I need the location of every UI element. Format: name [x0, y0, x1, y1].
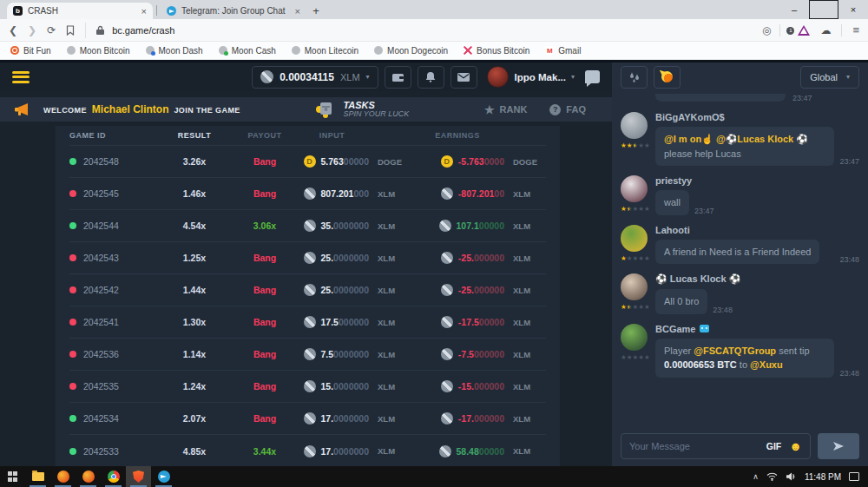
fireball-icon: [661, 71, 673, 82]
rank-link[interactable]: ★ RANK: [484, 103, 527, 116]
wallet-button[interactable]: [385, 66, 411, 89]
earnings-cell: D-5.7630000: [411, 155, 504, 168]
table-row[interactable]: 20425483.26xBangD5.76300000DOGED-5.76300…: [69, 146, 546, 178]
message-segment: 0.00006653 BTC: [664, 359, 737, 370]
rating-stars: ★★★★★: [621, 255, 650, 262]
table-row[interactable]: 20425451.46xBang807.201000XLM-807.20100X…: [69, 178, 546, 210]
address-bar[interactable]: bc.game/crash ◎ 1: [85, 23, 810, 38]
table-row[interactable]: 20425444.54x3.06x35.0000000XLM107.100000…: [69, 210, 546, 242]
brave-rewards-icon[interactable]: [798, 25, 810, 36]
rain-button[interactable]: [621, 66, 648, 89]
username-label[interactable]: Ippo Mak...: [515, 72, 566, 82]
taskbar-chrome-button[interactable]: [101, 466, 126, 487]
send-button[interactable]: [818, 433, 859, 459]
chevron-down-icon[interactable]: ▾: [571, 73, 575, 81]
balance-selector[interactable]: 0.00034115 XLM ▾: [252, 66, 378, 89]
message-username[interactable]: BCGame: [655, 324, 859, 334]
profile-cloud-icon[interactable]: ☁: [820, 24, 831, 36]
bookmark-label: Bonus Bitcoin: [477, 46, 529, 56]
earnings-currency: XLM: [513, 446, 546, 456]
amount-main: -7.5: [458, 349, 474, 359]
table-row[interactable]: 20425431.25xBang25.0000000XLM-25.000000X…: [69, 242, 546, 274]
bookmark-item[interactable]: Moon Dogecoin: [374, 46, 448, 56]
banner-links: ★ RANK ? FAQ: [484, 103, 586, 116]
browser-toolbar: ❮ ❯ ⟳ bc.game/crash ◎ 1 ☁ ≡: [0, 19, 868, 42]
action-center-icon[interactable]: [849, 472, 859, 481]
game-id-cell: 2042535: [69, 381, 167, 392]
tray-expand-icon[interactable]: ∧: [753, 472, 759, 481]
close-button[interactable]: ×: [838, 0, 868, 19]
bookmark-item[interactable]: Moon Dash: [146, 46, 203, 56]
chat-channel-select[interactable]: Global ▾: [800, 66, 859, 89]
faq-link[interactable]: ? FAQ: [549, 104, 586, 115]
reload-button[interactable]: ⟳: [47, 24, 56, 36]
messages-button[interactable]: [450, 66, 477, 89]
wifi-icon[interactable]: [766, 472, 778, 481]
taskbar-explorer-button[interactable]: [25, 466, 50, 487]
message-body: ⚽ Lucas Klock ⚽All 0 bro23:48: [655, 273, 859, 314]
back-button[interactable]: ❮: [9, 24, 17, 36]
taskbar-clock[interactable]: 11:48 PM: [805, 472, 841, 482]
new-tab-button[interactable]: +: [306, 3, 326, 19]
message-username[interactable]: Lahooti: [655, 225, 859, 235]
user-avatar[interactable]: [487, 66, 509, 88]
chat-toggle-icon[interactable]: [585, 70, 600, 83]
message-username[interactable]: ⚽ Lucas Klock ⚽: [655, 273, 859, 285]
bookmark-item[interactable]: Moon Litecoin: [292, 46, 358, 56]
table-row[interactable]: 20425351.24xBang15.0000000XLM-15.000000X…: [69, 371, 546, 403]
taskbar-app-orange-button[interactable]: [76, 466, 101, 487]
menu-hamburger-button[interactable]: [12, 71, 30, 83]
chat-messages[interactable]: 23:47 ★★★★★★BiGgAYKomO$@I m on☝ @⚽Lucas …: [612, 91, 868, 428]
forward-button[interactable]: ❯: [28, 24, 36, 36]
notifications-button[interactable]: [418, 66, 444, 89]
table-row[interactable]: 20425421.44xBang25.0000000XLM-25.000000X…: [69, 274, 546, 306]
table-row[interactable]: 20425342.07xBang17.0000000XLM-17.000000X…: [69, 403, 546, 435]
message-username[interactable]: BiGgAYKomO$: [655, 112, 859, 122]
maximize-button[interactable]: [809, 0, 838, 19]
wallet-icon: [391, 72, 404, 82]
message-input[interactable]: [629, 441, 759, 451]
bookmark-item[interactable]: Moon Cash: [219, 46, 276, 56]
message-username[interactable]: priestyy: [655, 175, 859, 186]
tasks-widget[interactable]: TASKS SPIN YOUR LUCK: [315, 100, 409, 119]
avatar-column: ★★★★★★: [621, 273, 655, 314]
reader-target-icon[interactable]: ◎: [762, 24, 771, 36]
amount-pad: 000000: [474, 285, 504, 295]
gif-button[interactable]: GIF: [766, 441, 782, 451]
emoji-button[interactable]: ☻: [789, 440, 802, 452]
taskbar-app-orange-button[interactable]: [50, 466, 76, 487]
bookmark-item[interactable]: Moon Bitcoin: [67, 46, 130, 56]
xlm-coin-icon: [439, 445, 451, 457]
star-icon: ★: [644, 142, 650, 149]
bookmark-item[interactable]: MGmail: [545, 46, 581, 56]
message-segment: All 0 bro: [664, 296, 699, 306]
taskbar-telegram-button[interactable]: [151, 466, 176, 487]
table-row[interactable]: 20425411.30xBang17.5000000XLM-17.500000X…: [69, 306, 546, 339]
system-tray: ∧ 11:48 PM: [753, 472, 868, 482]
tab-close-icon[interactable]: ×: [295, 6, 300, 16]
taskbar-brave-button[interactable]: [126, 466, 151, 487]
input-currency: XLM: [378, 286, 411, 295]
input-cell: 25.0000000: [295, 252, 369, 264]
fireball-button[interactable]: [654, 66, 681, 89]
tab-close-icon[interactable]: ×: [141, 6, 147, 16]
payout-value: Bang: [234, 317, 295, 327]
amount-pad: 0000000: [333, 446, 369, 457]
browser-tab[interactable]: Telegram: Join Group Chat×: [161, 3, 306, 19]
bookmark-label: Moon Dash: [159, 46, 203, 56]
result-value: 1.14x: [167, 349, 222, 359]
gmail-favicon: M: [545, 46, 554, 55]
table-row[interactable]: 20425334.85x3.44x17.0000000XLM58.4800000…: [69, 435, 546, 466]
bookmark-label: Moon Dogecoin: [387, 46, 448, 56]
payout-value: Bang: [234, 413, 295, 424]
minimize-button[interactable]: –: [779, 0, 809, 19]
browser-menu-button[interactable]: ≡: [852, 23, 859, 36]
bookmark-item[interactable]: Bonus Bitcoin: [464, 46, 529, 56]
chat-input-field[interactable]: GIF ☻: [621, 433, 811, 459]
table-row[interactable]: 20425361.14xBang7.50000000XLM-7.5000000X…: [69, 339, 546, 371]
taskbar-start-button[interactable]: [0, 466, 25, 487]
volume-icon[interactable]: [786, 472, 797, 481]
bookmark-icon[interactable]: [66, 25, 75, 36]
bookmark-item[interactable]: Bit Fun: [10, 46, 51, 56]
browser-tab[interactable]: bCRASH×: [7, 3, 153, 19]
